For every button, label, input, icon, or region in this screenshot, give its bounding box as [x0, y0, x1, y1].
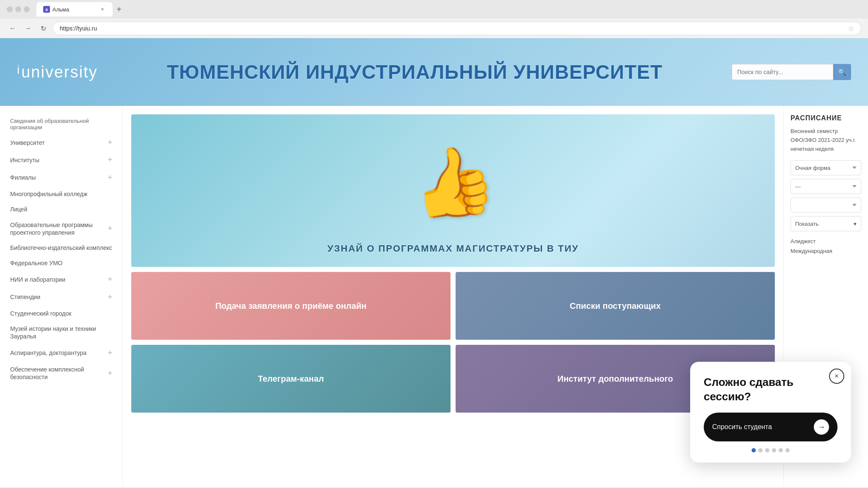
form-dropdown[interactable]: Очная форма	[791, 160, 861, 175]
bookmark-icon[interactable]: ☆	[848, 25, 854, 33]
popup-cta-label: Спросить студента	[712, 423, 772, 431]
site-header: i university ТЮМЕНСКИЙ ИНДУСТРИАЛЬНЫЙ УН…	[0, 38, 868, 106]
traffic-light-minimize[interactable]	[15, 6, 21, 12]
tab-favicon: а	[43, 6, 50, 13]
sidebar-item-label: Лицей	[10, 205, 27, 213]
expand-icon: +	[108, 138, 112, 147]
sidebar-item-branches[interactable]: Филиалы +	[0, 169, 122, 186]
search-icon: 🔍	[838, 68, 846, 76]
expand-icon: +	[108, 155, 112, 165]
sidebar-item-university[interactable]: Университет +	[0, 134, 122, 151]
browser-chrome: а Альма × + ← → ↻ https://tyuiu.ru ☆	[0, 0, 868, 38]
sidebar-section-title: Сведения об образовательной организации	[0, 114, 122, 134]
card-label: Подача заявления о приёме онлайн	[215, 300, 366, 311]
sidebar-item-college[interactable]: Многопрофильный колледж	[0, 186, 122, 202]
hero-banner[interactable]: 👍 УЗНАЙ О ПРОГРАММАХ МАГИСТРАТУРЫ В ТИУ	[131, 114, 775, 267]
expand-icon: +	[108, 348, 112, 358]
forward-button[interactable]: →	[22, 22, 34, 34]
sidebar-item-label: Аспирантура, докторантура	[10, 349, 86, 357]
new-tab-button[interactable]: +	[113, 3, 125, 16]
sidebar: Сведения об образовательной организации …	[0, 106, 123, 487]
sidebar-item-label: НИИ и лаборатории	[10, 276, 65, 283]
card-lists[interactable]: Списки поступающих	[456, 272, 775, 340]
tab-bar: а Альма × +	[36, 2, 125, 17]
search-button[interactable]: 🔍	[833, 64, 851, 80]
popup-dots	[704, 448, 838, 452]
browser-nav: ← → ↻ https://tyuiu.ru ☆	[0, 19, 868, 38]
sidebar-item-edu-programs[interactable]: Образовательные программы проектного упр…	[0, 217, 122, 240]
group-dropdown[interactable]	[791, 197, 861, 213]
schedule-title: РАСПИСАНИЕ	[791, 114, 861, 122]
sidebar-item-label: Филиалы	[10, 174, 36, 181]
card-label: Институт дополнительного	[558, 373, 673, 384]
right-link-international[interactable]: Международная	[791, 248, 861, 254]
popup-arrow-icon: →	[814, 419, 829, 435]
sidebar-item-security[interactable]: Обеспечение комплексной безопасности +	[0, 362, 122, 385]
sidebar-item-scholarships[interactable]: Стипендии +	[0, 288, 122, 306]
card-application[interactable]: Подача заявления о приёме онлайн	[131, 272, 451, 340]
sidebar-item-label: Университет	[10, 139, 44, 147]
popup-close-button[interactable]: ×	[829, 369, 844, 384]
sidebar-item-label: Образовательные программы проектного упр…	[10, 221, 104, 236]
search-input[interactable]	[732, 64, 833, 80]
active-tab[interactable]: а Альма ×	[36, 2, 113, 17]
popup-card: × Сложно сдавать сессию? Спросить студен…	[690, 362, 851, 463]
hero-text: УЗНАЙ О ПРОГРАММАХ МАГИСТРАТУРЫ В ТИУ	[327, 243, 578, 254]
course-dropdown[interactable]: ---	[791, 179, 861, 194]
dot-6[interactable]	[785, 448, 790, 452]
thumbs-up-icon: 👍	[406, 141, 501, 223]
dot-1[interactable]	[752, 448, 756, 452]
expand-icon: +	[108, 173, 112, 183]
sidebar-item-label: Стипендии	[10, 293, 40, 301]
sidebar-item-lyceum[interactable]: Лицей	[0, 202, 122, 217]
dot-4[interactable]	[772, 448, 776, 452]
show-button-label: Показать	[795, 221, 818, 227]
show-button[interactable]: Показать ▾	[791, 216, 861, 231]
content-area: 👍 УЗНАЙ О ПРОГРАММАХ МАГИСТРАТУРЫ В ТИУ …	[123, 106, 783, 487]
logo-i: i	[17, 63, 19, 77]
right-links: Алиджест Международная	[791, 238, 861, 254]
traffic-light-close[interactable]	[7, 6, 13, 12]
popup-cta-button[interactable]: Спросить студента →	[704, 413, 838, 441]
sidebar-item-research[interactable]: НИИ и лаборатории +	[0, 271, 122, 288]
expand-icon: +	[108, 292, 112, 302]
card-label: Списки поступающих	[570, 300, 661, 311]
dot-2[interactable]	[758, 448, 763, 452]
sidebar-item-label: Институты	[10, 156, 39, 164]
right-link-alid[interactable]: Алиджест	[791, 238, 861, 244]
card-telegram[interactable]: Телеграм-канал	[131, 345, 451, 413]
sidebar-item-label: Студенческий городок	[10, 310, 72, 317]
address-bar[interactable]: https://tyuiu.ru ☆	[53, 22, 861, 35]
logo-text: university	[21, 63, 98, 81]
sidebar-item-library[interactable]: Библиотечно-издательский комплекс	[0, 240, 122, 255]
popup-overlay: × Сложно сдавать сессию? Спросить студен…	[690, 362, 851, 463]
dot-5[interactable]	[779, 448, 783, 452]
title-bar: а Альма × +	[0, 0, 868, 19]
cards-grid: Подача заявления о приёме онлайн Списки …	[131, 272, 775, 413]
site-title: ТЮМЕНСКИЙ ИНДУСТРИАЛЬНЫЙ УНИВЕРСИТЕТ	[167, 61, 663, 83]
popup-title: Сложно сдавать сессию?	[704, 375, 838, 404]
tab-close-button[interactable]: ×	[99, 6, 106, 13]
card-label: Телеграм-канал	[258, 373, 324, 384]
sidebar-item-label: Многопрофильный колледж	[10, 190, 87, 198]
expand-icon: +	[108, 369, 112, 378]
header-left: i university	[17, 63, 98, 81]
hero-image: 👍	[411, 123, 495, 241]
traffic-light-maximize[interactable]	[24, 6, 30, 12]
expand-icon: +	[108, 224, 112, 233]
sidebar-item-label: Музей истории науки и техники Зауралья	[10, 325, 112, 340]
sidebar-item-label: Обеспечение комплексной безопасности	[10, 366, 104, 381]
header-search: 🔍	[732, 64, 851, 80]
sidebar-item-institutes[interactable]: Институты +	[0, 151, 122, 169]
back-button[interactable]: ←	[7, 22, 19, 34]
sidebar-item-campus[interactable]: Студенческий городок	[0, 306, 122, 321]
refresh-button[interactable]: ↻	[37, 22, 49, 34]
dot-3[interactable]	[765, 448, 769, 452]
sidebar-item-museum[interactable]: Музей истории науки и техники Зауралья	[0, 321, 122, 344]
tab-label: Альма	[53, 6, 69, 13]
sidebar-item-label: Библиотечно-издательский комплекс	[10, 244, 112, 252]
logo[interactable]: i university	[17, 63, 98, 81]
sidebar-item-federal-umo[interactable]: Федеральное УМО	[0, 255, 122, 271]
expand-icon: +	[108, 274, 112, 284]
sidebar-item-postgrad[interactable]: Аспирантура, докторантура +	[0, 344, 122, 362]
